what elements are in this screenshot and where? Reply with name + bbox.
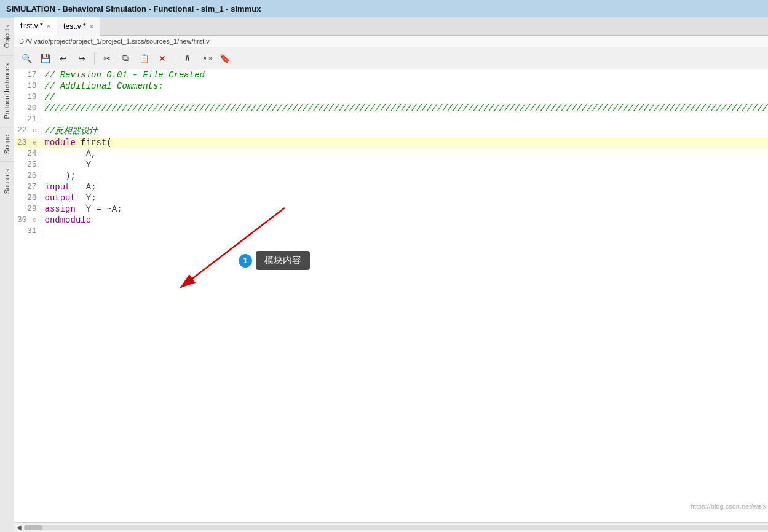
module-name: first(: [76, 138, 112, 148]
line-number: 30 ⊖: [14, 215, 42, 226]
title-text: SIMULATION - Behavioral Simulation - Fun…: [6, 4, 261, 14]
toolbar: 🔍 💾 ↩ ↪ ✂ ⧉ 📋 ✕ // ⇥⇥ 🔖: [14, 47, 768, 69]
comment-cn-text: //反相器设计: [45, 126, 98, 136]
line-number: 20: [14, 103, 42, 114]
bookmark-button[interactable]: 🔖: [217, 51, 232, 66]
table-row: 23 ⊖ module first(: [14, 137, 768, 148]
table-row: 30 ⊖ endmodule: [14, 215, 768, 226]
line-number: 18: [14, 81, 42, 92]
line-content[interactable]: A,: [42, 148, 768, 159]
collapse-icon[interactable]: ⊖: [33, 140, 36, 146]
table-row: 27 input A;: [14, 181, 768, 193]
tab-bar: first.v * × test.v * ×: [14, 17, 768, 36]
collapse-icon[interactable]: ⊖: [33, 127, 36, 134]
delete-button[interactable]: ✕: [155, 51, 170, 66]
toolbar-sep-1: [94, 52, 95, 65]
tab-close-test[interactable]: ×: [90, 23, 93, 30]
toolbar-sep-2: [175, 52, 175, 65]
scroll-thumb[interactable]: [24, 525, 42, 530]
keyword-module: module: [45, 138, 76, 148]
line-number: 22 ⊖: [14, 125, 42, 137]
line-content[interactable]: [42, 114, 768, 125]
keyword-assign: assign: [45, 204, 76, 214]
redo-button[interactable]: ↪: [74, 51, 89, 66]
undo-button[interactable]: ↩: [56, 51, 71, 66]
line-number: 29: [14, 204, 42, 215]
cut-button[interactable]: ✂: [100, 51, 114, 66]
keyword-output: output: [45, 193, 76, 203]
file-path-bar: D:/Vivado/project/project_1/project_1.sr…: [14, 36, 768, 47]
tab-close-first[interactable]: ×: [47, 22, 50, 30]
tooltip-badge: 1: [239, 254, 252, 268]
line-content[interactable]: endmodule: [42, 215, 768, 226]
main-layout: Objects Protocol Instances Scope Sources…: [0, 17, 768, 532]
line-content[interactable]: //: [42, 92, 768, 103]
editor-area: first.v * × test.v * × D:/Vivado/project…: [14, 17, 768, 532]
comment-text: // Revision 0.01 - File Created: [45, 70, 205, 80]
copy-button[interactable]: ⧉: [118, 51, 133, 66]
table-row: 28 output Y;: [14, 193, 768, 204]
table-row: 24 A,: [14, 148, 768, 159]
keyword-endmodule: endmodule: [45, 215, 92, 225]
bottom-scrollbar[interactable]: ◀: [14, 522, 768, 532]
search-button[interactable]: 🔍: [19, 51, 34, 66]
line-number: 25: [14, 159, 42, 170]
line-number: 26: [14, 170, 42, 181]
table-row: 20 /////////////////////////////////////…: [14, 103, 768, 114]
table-row: 22 ⊖ //反相器设计: [14, 125, 768, 137]
scroll-left-arrow[interactable]: ◀: [17, 524, 22, 531]
table-row: 29 assign Y = ~A;: [14, 204, 768, 215]
line-number: 27: [14, 181, 42, 193]
comment-text: //: [45, 92, 55, 102]
table-row: 17 // Revision 0.01 - File Created: [14, 69, 768, 81]
watermark: https://blog.csdn.net/weixin_48180025: [691, 502, 768, 510]
table-row: 21: [14, 114, 768, 125]
code-table: 17 // Revision 0.01 - File Created 18 //…: [14, 69, 768, 237]
paste-button[interactable]: 📋: [137, 51, 151, 66]
line-content[interactable]: assign Y = ~A;: [42, 204, 768, 215]
keyword-input: input: [45, 182, 71, 192]
tab-first-v[interactable]: first.v * ×: [14, 17, 57, 36]
table-row: 25 Y: [14, 159, 768, 170]
table-row: 31: [14, 226, 768, 237]
line-content[interactable]: Y: [42, 159, 768, 170]
title-bar: SIMULATION - Behavioral Simulation - Fun…: [0, 0, 768, 17]
line-content[interactable]: ////////////////////////////////////////…: [42, 103, 768, 114]
save-button[interactable]: 💾: [38, 51, 52, 66]
table-row: 18 // Additional Comments:: [14, 81, 768, 92]
tooltip-container: 1 模块内容: [239, 251, 310, 270]
line-content[interactable]: );: [42, 170, 768, 181]
collapse-icon[interactable]: ⊖: [33, 217, 36, 224]
left-tabs: Objects Protocol Instances Scope Sources: [0, 17, 14, 532]
tab-test-v[interactable]: test.v * ×: [57, 17, 100, 36]
tab-label-test: test.v *: [63, 22, 86, 31]
line-content[interactable]: module first(: [42, 137, 768, 148]
line-number: 19: [14, 92, 42, 103]
indent-button[interactable]: ⇥⇥: [199, 51, 213, 66]
line-content[interactable]: output Y;: [42, 193, 768, 204]
line-content[interactable]: // Revision 0.01 - File Created: [42, 69, 768, 81]
tab-label: first.v *: [20, 22, 43, 30]
table-row: 19 //: [14, 92, 768, 103]
line-number: 31: [14, 226, 42, 237]
file-path-text: D:/Vivado/project/project_1/project_1.sr…: [19, 38, 210, 45]
line-number: 23 ⊖: [14, 137, 42, 148]
code-editor[interactable]: 17 // Revision 0.01 - File Created 18 //…: [14, 69, 768, 522]
table-row: 26 );: [14, 170, 768, 181]
line-content[interactable]: [42, 226, 768, 237]
line-content[interactable]: input A;: [42, 181, 768, 193]
line-number: 28: [14, 193, 42, 204]
comment-button[interactable]: //: [180, 51, 195, 66]
line-number: 17: [14, 69, 42, 81]
sidebar-item-objects[interactable]: Objects: [0, 17, 14, 55]
line-number: 21: [14, 114, 42, 125]
comment-text: // Additional Comments:: [45, 81, 164, 91]
line-number: 24: [14, 148, 42, 159]
divider-text: ////////////////////////////////////////…: [45, 103, 769, 113]
line-content[interactable]: //反相器设计: [42, 125, 768, 137]
tooltip-box: 模块内容: [256, 251, 310, 270]
sidebar-item-sources[interactable]: Sources: [0, 161, 14, 201]
sidebar-item-scope[interactable]: Scope: [0, 127, 14, 161]
sidebar-item-protocol[interactable]: Protocol Instances: [0, 55, 14, 127]
line-content[interactable]: // Additional Comments:: [42, 81, 768, 92]
